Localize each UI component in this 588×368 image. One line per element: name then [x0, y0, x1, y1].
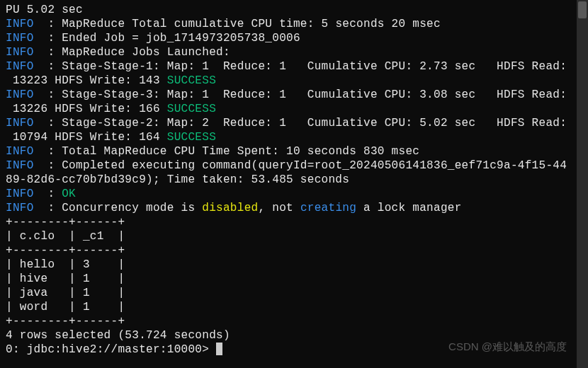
scrollbar[interactable]	[577, 0, 588, 368]
status-success: SUCCESS	[167, 131, 216, 144]
log-level-info: INFO	[6, 145, 34, 158]
table-border: +--------+------+	[6, 244, 125, 257]
output-line: a lock manager	[356, 202, 462, 214]
log-level-info: INFO	[6, 88, 34, 101]
table-row: | word | 1 |	[6, 301, 125, 314]
output-line: PU 5.02 sec	[6, 4, 83, 16]
log-level-info: INFO	[6, 188, 34, 200]
keyword-creating: creating	[300, 202, 356, 214]
table-row: | hive | 1 |	[6, 272, 125, 285]
output-line: : MapReduce Jobs Launched:	[34, 46, 230, 59]
output-line: : Stage-Stage-3: Map: 1 Reduce: 1 Cumula…	[34, 88, 567, 101]
table-border: +--------+------+	[6, 315, 125, 328]
table-header: | c.clo | _c1 |	[6, 230, 125, 243]
output-line: 10794 HDFS Write: 164	[6, 131, 167, 144]
status-success: SUCCESS	[167, 103, 216, 115]
output-line: 13226 HDFS Write: 166	[6, 103, 167, 115]
table-row: | java | 1 |	[6, 287, 125, 299]
output-line: 89-82d6-cc70b7bd39c9); Time taken: 53.48…	[6, 173, 349, 186]
output-line: 13223 HDFS Write: 143	[6, 74, 167, 87]
output-line: : Ended Job = job_1714973205738_0006	[34, 32, 300, 45]
output-line: : Concurrency mode is	[34, 202, 203, 214]
output-line: :	[34, 188, 62, 200]
output-line: : MapReduce Total cumulative CPU time: 5…	[34, 18, 441, 30]
log-level-info: INFO	[6, 202, 34, 214]
output-line: : Completed executing command(queryId=ro…	[34, 159, 567, 172]
table-border: +--------+------+	[6, 216, 125, 229]
status-success: SUCCESS	[167, 74, 216, 87]
output-line: , not	[258, 202, 300, 214]
output-line: : Total MapReduce CPU Time Spent: 10 sec…	[34, 145, 420, 158]
keyword-disabled: disabled	[202, 202, 258, 214]
watermark: CSDN @难以触及的高度	[448, 340, 567, 354]
table-row: | hello | 3 |	[6, 258, 125, 271]
log-level-info: INFO	[6, 32, 34, 45]
scrollbar-thumb[interactable]	[578, 1, 587, 18]
status-ok: OK	[62, 188, 76, 200]
prompt: 0: jdbc:hive2://master:10000>	[6, 343, 216, 356]
output-line: : Stage-Stage-2: Map: 2 Reduce: 1 Cumula…	[34, 117, 567, 130]
log-level-info: INFO	[6, 159, 34, 172]
terminal-output[interactable]: PU 5.02 sec INFO : MapReduce Total cumul…	[6, 3, 582, 357]
cursor[interactable]	[216, 343, 222, 355]
result-summary: 4 rows selected (53.724 seconds)	[6, 329, 230, 342]
log-level-info: INFO	[6, 46, 34, 59]
log-level-info: INFO	[6, 117, 34, 130]
log-level-info: INFO	[6, 60, 34, 73]
log-level-info: INFO	[6, 18, 34, 30]
output-line: : Stage-Stage-1: Map: 1 Reduce: 1 Cumula…	[34, 60, 567, 73]
